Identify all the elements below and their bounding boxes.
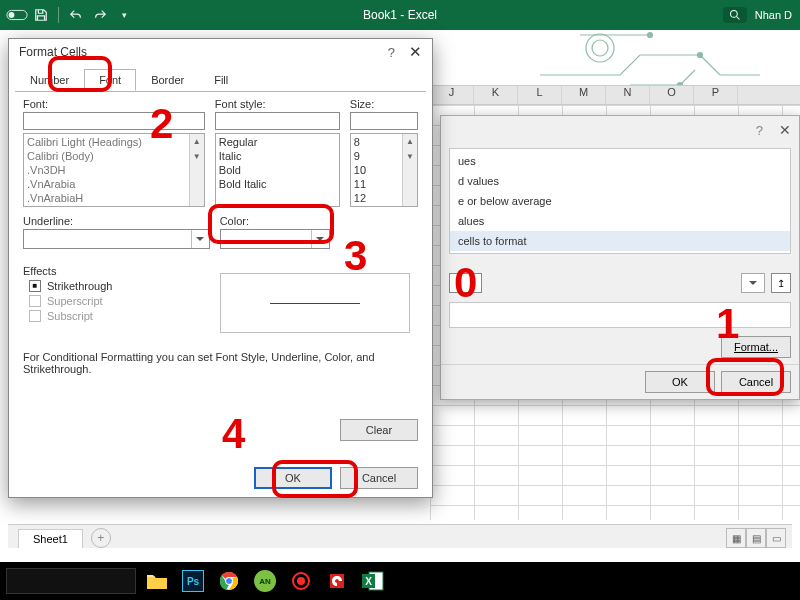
ok-button[interactable]: OK	[645, 371, 715, 393]
qat-dropdown-icon[interactable]: ▾	[113, 4, 135, 26]
excel-taskbar-icon[interactable]: X	[358, 566, 388, 596]
dialog-note: For Conditional Formatting you can set F…	[23, 351, 418, 375]
svg-point-7	[648, 33, 653, 38]
excel-title-bar: ▾ Book1 - Excel Nhan D	[0, 0, 800, 30]
font-input[interactable]	[23, 112, 205, 130]
svg-point-2	[730, 11, 737, 18]
chrome-icon[interactable]	[214, 566, 244, 596]
clear-button[interactable]: Clear	[340, 419, 418, 441]
list-item: Regular	[219, 135, 336, 149]
garena-icon[interactable]	[322, 566, 352, 596]
help-icon[interactable]: ?	[756, 123, 763, 138]
col-header[interactable]: N	[606, 86, 650, 104]
style-input[interactable]	[215, 112, 340, 130]
size-input[interactable]	[350, 112, 418, 130]
ok-button[interactable]: OK	[254, 467, 332, 489]
list-item[interactable]: alues	[450, 211, 790, 231]
col-header[interactable]: L	[518, 86, 562, 104]
photoshop-icon[interactable]: Ps	[178, 566, 208, 596]
subscript-checkbox: Subscript	[29, 310, 210, 322]
tab-fill[interactable]: Fill	[199, 69, 243, 91]
svg-point-12	[297, 577, 305, 585]
col-header[interactable]: O	[650, 86, 694, 104]
windows-taskbar: Ps AN X	[0, 562, 800, 600]
file-explorer-icon[interactable]	[142, 566, 172, 596]
col-header[interactable]: K	[474, 86, 518, 104]
dialog-title: Format Cells	[19, 45, 87, 59]
size-list[interactable]: 8 9 10 11 12 14 ▲▼	[350, 133, 418, 207]
quick-access-toolbar: ▾	[6, 4, 135, 26]
value-input[interactable]: 0	[449, 273, 482, 293]
scrollbar[interactable]: ▲▼	[402, 134, 417, 206]
redo-icon[interactable]	[89, 4, 111, 26]
superscript-checkbox: Superscript	[29, 295, 210, 307]
style-list[interactable]: Regular Italic Bold Bold Italic	[215, 133, 340, 207]
callout-number-4: 4	[222, 410, 245, 458]
color-dropdown[interactable]	[220, 229, 330, 249]
svg-text:X: X	[365, 576, 372, 587]
cancel-button[interactable]: Cancel	[721, 371, 791, 393]
view-normal-icon[interactable]: ▦	[726, 528, 746, 548]
font-label: Font:	[23, 98, 205, 110]
underline-dropdown[interactable]	[23, 229, 210, 249]
close-icon[interactable]: ✕	[409, 43, 422, 61]
style-label: Font style:	[215, 98, 340, 110]
cortana-search[interactable]	[6, 568, 136, 594]
user-name[interactable]: Nhan D	[755, 9, 792, 21]
help-icon[interactable]: ?	[388, 45, 395, 60]
scrollbar[interactable]: ▲▼	[189, 134, 204, 206]
col-header[interactable]: M	[562, 86, 606, 104]
col-header[interactable]: J	[430, 86, 474, 104]
list-item: .VnArabia	[27, 177, 201, 191]
list-item: .VnArial	[27, 205, 201, 207]
strikethrough-checkbox[interactable]: Strikethrough	[29, 280, 210, 292]
svg-point-4	[592, 40, 608, 56]
conditional-formatting-dialog: ? ✕ ues d values e or below average alue…	[440, 115, 800, 400]
list-item: Bold	[219, 163, 336, 177]
callout-number-2: 2	[150, 100, 173, 148]
view-pagelayout-icon[interactable]: ▤	[746, 528, 766, 548]
range-picker-icon[interactable]: ↥	[771, 273, 791, 293]
search-button[interactable]	[723, 7, 747, 23]
app-icon[interactable]: AN	[250, 566, 280, 596]
record-icon[interactable]	[286, 566, 316, 596]
column-headers: J K L M N O P	[430, 85, 800, 105]
tab-number[interactable]: Number	[15, 69, 84, 91]
sheet-tab-bar: Sheet1 + ▦ ▤ ▭	[8, 524, 792, 548]
new-sheet-button[interactable]: +	[91, 528, 111, 548]
list-item: .VnArabiaH	[27, 191, 201, 205]
autosave-toggle[interactable]	[6, 4, 28, 26]
operator-dropdown[interactable]	[741, 273, 765, 293]
tab-border[interactable]: Border	[136, 69, 199, 91]
col-header[interactable]: P	[694, 86, 738, 104]
save-icon[interactable]	[30, 4, 52, 26]
font-list[interactable]: Calibri Light (Headings) Calibri (Body) …	[23, 133, 205, 207]
document-title: Book1 - Excel	[363, 8, 437, 22]
list-item[interactable]: d values	[450, 171, 790, 191]
dialog-tabs: Number Font Border Fill	[9, 65, 432, 91]
close-icon[interactable]: ✕	[779, 122, 791, 138]
effects-label: Effects	[23, 265, 210, 277]
cancel-button[interactable]: Cancel	[340, 467, 418, 489]
view-pagebreak-icon[interactable]: ▭	[766, 528, 786, 548]
undo-icon[interactable]	[65, 4, 87, 26]
format-preview	[449, 302, 791, 328]
list-item[interactable]: cells to format	[450, 231, 790, 251]
svg-point-3	[586, 34, 614, 62]
rule-type-list[interactable]: ues d values e or below average alues ce…	[449, 148, 791, 254]
list-item[interactable]: e or below average	[450, 191, 790, 211]
list-item: Italic	[219, 149, 336, 163]
tab-font[interactable]: Font	[84, 69, 136, 91]
format-cells-dialog: Format Cells ? ✕ Number Font Border Fill…	[8, 38, 433, 498]
callout-number-1: 1	[716, 300, 739, 348]
color-label: Color:	[220, 215, 418, 227]
callout-number-3: 3	[344, 232, 367, 280]
svg-point-5	[698, 53, 703, 58]
sheet-tab[interactable]: Sheet1	[18, 529, 83, 548]
size-label: Size:	[350, 98, 418, 110]
font-preview	[220, 273, 410, 333]
svg-point-1	[9, 12, 15, 18]
underline-label: Underline:	[23, 215, 210, 227]
list-item[interactable]: ues	[450, 151, 790, 171]
list-item: Calibri Light (Headings)	[27, 135, 201, 149]
